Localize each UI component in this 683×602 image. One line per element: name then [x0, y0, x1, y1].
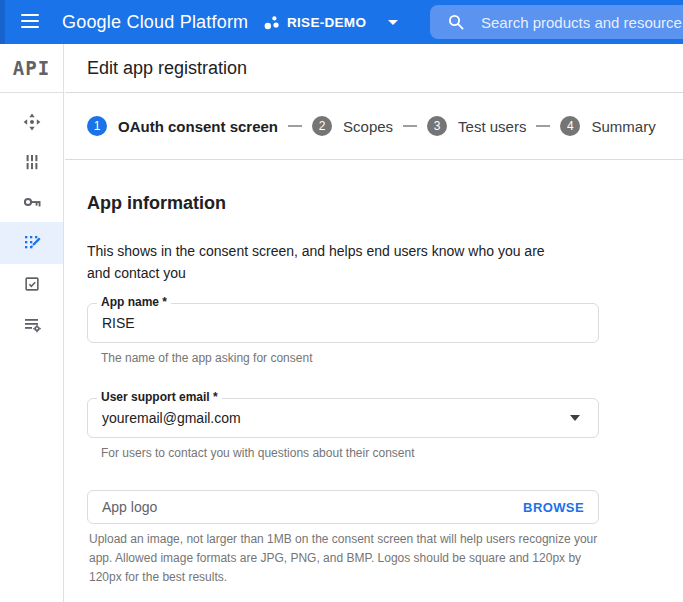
support-email-label: User support email * [97, 390, 222, 405]
section-description: This shows in the consent screen, and he… [87, 240, 549, 284]
checkbox-icon [23, 275, 41, 293]
step-number: 2 [312, 116, 332, 136]
app-name-label: App name * [97, 295, 171, 310]
support-email-field: youremail@gmail.com User support email * [87, 398, 599, 438]
step-number: 4 [560, 116, 580, 136]
app-name-helper: The name of the app asking for consent [101, 349, 683, 368]
sidebar-item-dashboard[interactable] [0, 102, 63, 142]
sidebar-nav [0, 93, 63, 344]
wizard-stepper: 1 OAuth consent screen 2 Scopes 3 Test u… [65, 93, 683, 160]
page-title: Edit app registration [87, 58, 247, 79]
main-content: Edit app registration 1 OAuth consent sc… [65, 44, 683, 602]
list-gear-icon [22, 314, 42, 334]
step-label: Summary [591, 118, 655, 135]
project-name: RISE-DEMO [287, 15, 366, 30]
sidebar-item-page-usage-agreements[interactable] [0, 304, 63, 344]
project-switcher[interactable]: RISE-DEMO [263, 0, 398, 44]
page-header: Edit app registration [65, 44, 683, 93]
app-logo-field: App logo BROWSE [87, 490, 599, 524]
section-title: App information [87, 193, 683, 214]
form-content: App information This shows in the consen… [65, 193, 683, 587]
search-placeholder: Search products and resource [481, 14, 682, 31]
step-label: Scopes [343, 118, 393, 135]
step-connector [403, 125, 417, 127]
step-connector [536, 125, 550, 127]
sidebar-item-domain-verification[interactable] [0, 264, 63, 304]
search-input[interactable]: Search products and resource [430, 5, 683, 39]
app-logo-placeholder: App logo [102, 499, 523, 515]
product-logo[interactable]: Google Cloud Platform [62, 0, 248, 44]
support-email-helper: For users to contact you with questions … [101, 444, 683, 463]
consent-grid-pencil-icon [22, 233, 42, 253]
step-label: Test users [458, 118, 526, 135]
support-email-value: youremail@gmail.com [102, 410, 570, 426]
step-number: 1 [87, 116, 107, 136]
topbar-edge-strip [0, 0, 5, 44]
dropdown-caret-icon [570, 415, 580, 421]
step-test-users[interactable]: 3 Test users [427, 116, 526, 136]
sidebar-item-oauth-consent-screen[interactable] [0, 222, 63, 264]
step-label: OAuth consent screen [118, 118, 278, 135]
library-icon [22, 152, 42, 172]
menu-hamburger-icon[interactable] [21, 14, 41, 30]
left-sidebar: API [0, 44, 64, 602]
browse-button[interactable]: BROWSE [523, 500, 584, 515]
chevron-down-icon [388, 20, 398, 25]
step-connector [288, 125, 302, 127]
key-icon [22, 192, 42, 212]
app-logo-upload[interactable]: App logo BROWSE [87, 490, 599, 524]
sidebar-item-library[interactable] [0, 142, 63, 182]
step-scopes[interactable]: 2 Scopes [312, 116, 393, 136]
app-logo-helper: Upload an image, not larger than 1MB on … [89, 530, 601, 587]
api-logo: API [0, 44, 63, 93]
project-icon [263, 14, 280, 31]
top-app-bar: Google Cloud Platform RISE-DEMO Search p… [0, 0, 683, 44]
step-oauth-consent-screen[interactable]: 1 OAuth consent screen [87, 116, 278, 136]
step-number: 3 [427, 116, 447, 136]
app-name-field: App name * [87, 303, 599, 343]
sidebar-item-credentials[interactable] [0, 182, 63, 222]
search-icon [448, 14, 464, 30]
step-summary[interactable]: 4 Summary [560, 116, 655, 136]
dashboard-icon [22, 112, 42, 132]
